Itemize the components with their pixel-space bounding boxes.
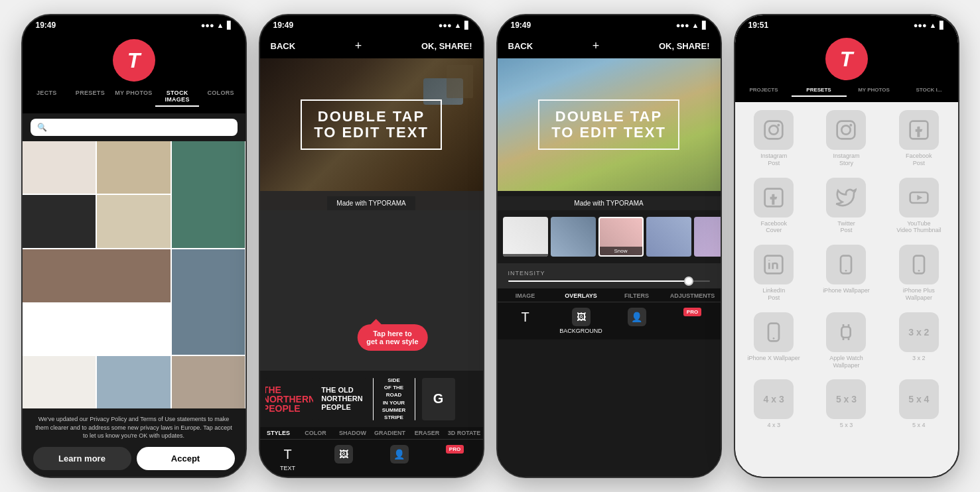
photo-cell-9[interactable] [97, 356, 171, 408]
gradient-tab-2[interactable]: GRADIENT [372, 430, 409, 436]
preset-twitter-post[interactable]: TwitterPost [818, 178, 875, 235]
preset-iphone-wallpaper[interactable]: iPhone Wallpaper [818, 245, 875, 302]
style-item-2[interactable]: THE OLDNORTHERNPEOPLE [318, 378, 366, 420]
tab-stock-4[interactable]: STOCK I... [902, 84, 957, 97]
preset-iphonex-wallpaper[interactable]: iPhone X Wallpaper [746, 312, 802, 369]
overlay-dark[interactable] [551, 217, 596, 257]
photo-cell-8[interactable] [23, 356, 96, 408]
preset-linkedin[interactable]: LinkedInPost [746, 245, 802, 302]
image-icon-item[interactable]: 🖼 [316, 445, 372, 471]
style-item-1[interactable]: THENORTHERNPEOPLE [265, 378, 313, 420]
canvas-image-3[interactable]: DOUBLE TAP TO EDIT TEXT [498, 58, 721, 191]
filters-tab-3[interactable]: FILTERS [609, 292, 665, 299]
linkedin-icon-box [754, 245, 794, 284]
made-with-2: Made with TYPORAMA [327, 196, 415, 210]
image-tab-3[interactable]: IMAGE [498, 292, 553, 299]
styles-tab-2[interactable]: STYLES [260, 430, 297, 436]
text-overlay-3[interactable]: DOUBLE TAP TO EDIT TEXT [538, 99, 679, 150]
svg-rect-0 [765, 121, 783, 139]
eraser-tab-2[interactable]: ERASER [409, 430, 446, 436]
preset-5x4[interactable]: 5 x 4 5 x 4 [890, 379, 947, 429]
instagram-story-label: InstagramStory [833, 153, 859, 167]
preset-facebook-post[interactable]: FacebookPost [890, 110, 947, 167]
preset-3x2[interactable]: 3 x 2 3 x 2 [890, 312, 947, 369]
tab-projects-4[interactable]: PROJECTS [736, 84, 792, 97]
tab-myphotos[interactable]: MY PHOTOS [112, 87, 156, 107]
ok-share-button-3[interactable]: OK, SHARE! [659, 41, 710, 51]
ok-share-button-2[interactable]: OK, SHARE! [421, 41, 472, 51]
tab-colors[interactable]: COLORS [199, 87, 243, 107]
accept-button[interactable]: Accept [137, 447, 235, 470]
preset-youtube[interactable]: YouTubeVideo Thumbnail [890, 178, 947, 235]
overlay-extra[interactable] [694, 217, 721, 257]
svg-rect-3 [837, 121, 855, 139]
overlay-none[interactable] [503, 217, 548, 257]
text-label: TEXT [280, 465, 295, 471]
canvas-image-2[interactable]: DOUBLE TAP TO EDIT TEXT [260, 58, 483, 191]
instagram-icon-1 [763, 119, 784, 141]
privacy-buttons: Learn more Accept [33, 447, 235, 470]
nav-tabs-1[interactable]: JECTS PRESETS MY PHOTOS STOCK IMAGES COL… [23, 87, 245, 107]
photo-cell-6[interactable] [23, 249, 171, 302]
status-bar-4: 19:51 ●●● ▲ ▋ [735, 15, 958, 34]
background-icon-item[interactable]: 🖼 BACKGROUND [553, 308, 609, 334]
photo-cell-3[interactable] [172, 141, 245, 248]
preset-4x3[interactable]: 4 x 3 4 x 3 [746, 379, 802, 429]
photo-cell-1[interactable] [23, 141, 96, 194]
photo-cell-7[interactable] [172, 249, 245, 355]
overlay-snow[interactable]: Snow [598, 217, 644, 257]
person-icon-item-3[interactable]: 👤 [609, 308, 665, 334]
photo-cell-2[interactable] [97, 141, 171, 194]
preset-5x3[interactable]: 5 x 3 5 x 3 [818, 379, 875, 429]
back-button-2[interactable]: BACK [271, 41, 296, 51]
tab-myphotos-4[interactable]: MY PHOTOS [847, 84, 902, 97]
photo-cell-4[interactable] [23, 195, 96, 247]
style-item-4[interactable]: G [422, 378, 455, 420]
tab-presets-4[interactable]: PRESETS [792, 84, 847, 97]
tab-stock-images[interactable]: STOCK IMAGES [155, 87, 199, 107]
search-input-wrapper[interactable]: 🔍 [31, 119, 238, 136]
facebook-icon-2 [763, 187, 784, 208]
text-icon-3: T [516, 308, 535, 326]
tab-projects[interactable]: JECTS [25, 87, 69, 107]
preset-apple-watch[interactable]: Apple Watch Wallpaper [818, 312, 875, 369]
pro-icon-item[interactable]: PRO [427, 445, 483, 471]
time-1: 19:49 [36, 21, 56, 30]
preset-instagram-post[interactable]: InstagramPost [746, 110, 802, 167]
rotate-tab-2[interactable]: 3D ROTATE [446, 430, 483, 436]
size-5x4-box: 5 x 4 [899, 379, 939, 419]
slider-thumb[interactable] [684, 277, 693, 286]
tap-bubble-2[interactable]: Tap here toget a new style [357, 324, 427, 351]
shadow-tab-2[interactable]: SHADOW [334, 430, 372, 436]
preset-instagram-story[interactable]: InstagramStory [818, 110, 875, 167]
preset-facebook-cover[interactable]: FacebookCover [746, 178, 802, 235]
photo-cell-5[interactable] [97, 195, 171, 247]
overlay-snow-label: Snow [600, 247, 642, 255]
twitter-post-icon-box [826, 178, 866, 217]
learn-more-button[interactable]: Learn more [33, 447, 131, 470]
preset-iphone-plus-wallpaper[interactable]: iPhone Plus Wallpaper [890, 245, 947, 302]
text-overlay-2[interactable]: DOUBLE TAP TO EDIT TEXT [301, 99, 442, 150]
overlay-bokeh[interactable] [646, 217, 691, 257]
bottom-icons-2: T TEXT 🖼 👤 PRO [260, 440, 483, 477]
photo-cell-10[interactable] [172, 356, 245, 408]
text-icon-item[interactable]: T TEXT [260, 445, 316, 471]
add-button-3[interactable]: + [593, 39, 600, 53]
add-button-2[interactable]: + [355, 39, 362, 53]
color-tab-2[interactable]: COLOR [297, 430, 334, 436]
pro-icon-item-3[interactable]: PRO [665, 308, 721, 334]
nav-tabs-4[interactable]: PROJECTS PRESETS MY PHOTOS STOCK I... [735, 84, 958, 97]
person-icon-item[interactable]: 👤 [372, 445, 427, 471]
text-icon-item-3[interactable]: T [498, 308, 553, 334]
tab-presets[interactable]: PRESETS [68, 87, 112, 107]
back-button-3[interactable]: BACK [508, 41, 533, 51]
signal-icon-4: ●●● [914, 21, 927, 29]
instagram-icon-2 [835, 119, 857, 141]
adjustments-tab-3[interactable]: ADJUSTMENTS [665, 292, 721, 299]
style-item-3[interactable]: ON THE SIDEOF THE ROADIN YOUR SUMMERSTRI… [372, 378, 417, 420]
linkedin-icon [763, 254, 784, 275]
overlays-tab-3[interactable]: OVERLAYS [553, 292, 609, 299]
intensity-label: INTENSITY [508, 270, 710, 277]
phone-3: 19:49 ●●● ▲ ▋ BACK + OK, SHARE! DOUBLE T… [496, 14, 722, 478]
intensity-slider[interactable] [508, 280, 710, 282]
